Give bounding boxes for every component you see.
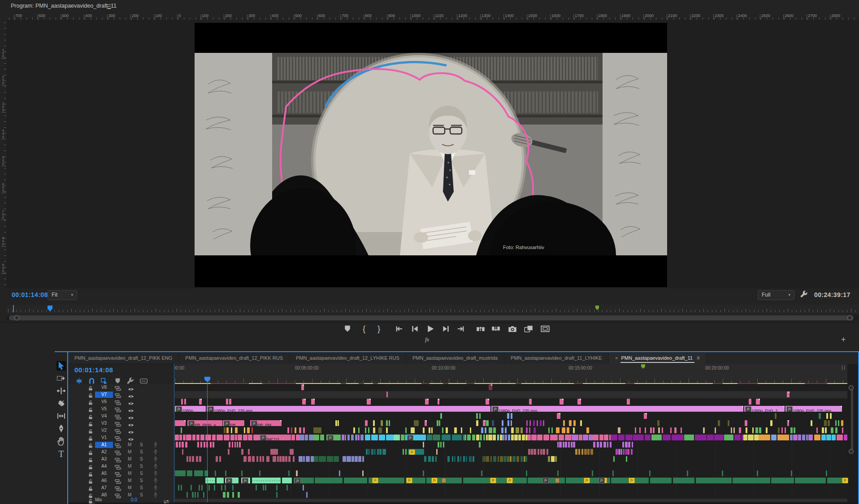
- timeline-clip[interactable]: [353, 427, 355, 433]
- timeline-clip[interactable]: [371, 435, 378, 440]
- button-editor-add-button[interactable]: +: [841, 335, 846, 345]
- timeline-clip[interactable]: [497, 435, 499, 440]
- timeline-clip[interactable]: [184, 399, 186, 405]
- lock-icon[interactable]: [88, 492, 93, 498]
- track-lane-V1[interactable]: fx[MC11]fxfxfx: [175, 434, 847, 442]
- lock-icon[interactable]: [88, 435, 93, 440]
- timeline-clip[interactable]: fx1080p_FHD_2: [744, 406, 785, 412]
- timeline-clip[interactable]: [179, 435, 182, 440]
- lock-icon[interactable]: [88, 498, 93, 503]
- timeline-clip[interactable]: [479, 442, 481, 448]
- timeline-clip[interactable]: [514, 435, 518, 440]
- track-lane-A5[interactable]: [175, 470, 847, 478]
- track-name-A2[interactable]: A2: [95, 449, 113, 455]
- track-header-A8[interactable]: A8MS: [68, 491, 175, 499]
- scrollbar-right-knob[interactable]: [847, 315, 852, 320]
- timeline-clip[interactable]: [498, 456, 499, 462]
- timeline-clip[interactable]: [715, 427, 716, 433]
- solo-button[interactable]: S: [140, 464, 144, 469]
- timeline-clip[interactable]: [746, 427, 747, 433]
- panel-menu-icon[interactable]: ☰: [106, 3, 112, 10]
- timeline-clip[interactable]: [347, 456, 351, 462]
- timeline-clip[interactable]: [798, 435, 801, 440]
- timeline-clip[interactable]: [484, 456, 486, 462]
- timeline-clip[interactable]: [231, 427, 232, 433]
- pen-tool[interactable]: [56, 424, 66, 433]
- timeline-clip[interactable]: [234, 442, 236, 448]
- track-header-A2[interactable]: A2MS: [68, 448, 175, 456]
- timeline-clip[interactable]: [381, 420, 383, 426]
- timeline-clip[interactable]: [299, 435, 304, 440]
- solo-button[interactable]: S: [140, 442, 144, 448]
- timeline-clip[interactable]: [625, 435, 633, 440]
- timeline-clip[interactable]: [306, 456, 310, 462]
- timeline-clip[interactable]: [583, 435, 588, 440]
- timeline-clip[interactable]: [181, 427, 182, 433]
- timeline-clip[interactable]: [757, 470, 758, 476]
- mute-button[interactable]: M: [128, 464, 132, 469]
- timeline-clip[interactable]: [476, 413, 478, 419]
- timeline-clip[interactable]: [270, 449, 278, 455]
- timeline-clip[interactable]: [714, 435, 724, 440]
- timeline-clip[interactable]: [816, 427, 818, 433]
- timeline-clip[interactable]: [531, 449, 533, 455]
- timeline-clip[interactable]: [635, 427, 636, 433]
- timeline-clip[interactable]: [296, 470, 298, 476]
- timeline-clip[interactable]: [291, 435, 295, 440]
- timeline-clip[interactable]: [181, 485, 182, 491]
- timeline-clip[interactable]: [505, 435, 507, 440]
- mute-button[interactable]: M: [128, 457, 132, 462]
- fader-icon[interactable]: [163, 498, 169, 502]
- timeline-clip[interactable]: [821, 435, 826, 440]
- timeline-clip[interactable]: [527, 435, 531, 440]
- multi-camera-view-button[interactable]: [541, 324, 550, 333]
- timeline-clip[interactable]: [562, 427, 565, 433]
- timeline-clip[interactable]: [423, 427, 425, 433]
- timeline-clip[interactable]: [806, 435, 808, 440]
- timeline-clip[interactable]: [794, 427, 795, 433]
- track-name-A7[interactable]: A7: [95, 485, 113, 491]
- timeline-clip[interactable]: [463, 456, 465, 462]
- playback-resolution-dropdown[interactable]: Full▾: [758, 290, 794, 300]
- zoom-level-dropdown[interactable]: Fit▾: [48, 290, 77, 300]
- timeline-clip[interactable]: [288, 470, 290, 476]
- panel-menu-icon[interactable]: ≡: [697, 355, 700, 361]
- timeline-clip[interactable]: [622, 442, 624, 448]
- razor-tool[interactable]: [56, 399, 66, 408]
- eye-icon[interactable]: [128, 392, 134, 397]
- solo-button[interactable]: S: [140, 457, 144, 462]
- timeline-clip[interactable]: [182, 442, 184, 448]
- timeline-clip[interactable]: [216, 456, 218, 462]
- timeline-clip[interactable]: [556, 427, 560, 433]
- timeline-clip[interactable]: [479, 413, 481, 419]
- timeline-clip[interactable]: [557, 442, 559, 448]
- timeline-clip[interactable]: [658, 427, 660, 433]
- timeline-clip[interactable]: [540, 449, 542, 455]
- timeline-clip[interactable]: [572, 435, 578, 440]
- program-seek-bar[interactable]: [6, 305, 859, 314]
- timeline-clip[interactable]: [756, 399, 760, 405]
- timeline-clip[interactable]: [482, 456, 484, 462]
- track-name-V2[interactable]: V2: [95, 427, 113, 434]
- timeline-clip[interactable]: [182, 449, 183, 455]
- timeline-clip[interactable]: [584, 449, 587, 455]
- close-icon[interactable]: ×: [615, 355, 618, 361]
- timeline-clip[interactable]: [200, 442, 202, 448]
- compare-view-button[interactable]: [524, 324, 533, 333]
- timeline-clip[interactable]: [358, 427, 360, 433]
- timeline-clip[interactable]: [508, 420, 509, 426]
- timeline-clip[interactable]: [351, 435, 354, 440]
- timeline-clip[interactable]: [192, 456, 194, 462]
- timeline-clip[interactable]: [186, 435, 191, 440]
- step-back-button[interactable]: [410, 324, 419, 333]
- timeline-clip[interactable]: [428, 456, 431, 462]
- timeline-clip[interactable]: [414, 420, 419, 426]
- timeline-clip[interactable]: [195, 492, 196, 498]
- timeline-clip[interactable]: [516, 427, 519, 433]
- timeline-clip[interactable]: [443, 442, 444, 448]
- timeline-clip[interactable]: [488, 435, 492, 440]
- timeline-clip[interactable]: [508, 435, 510, 440]
- timeline-clip[interactable]: [204, 442, 205, 448]
- timeline-clip[interactable]: [599, 435, 603, 440]
- timeline-clip[interactable]: [273, 456, 276, 462]
